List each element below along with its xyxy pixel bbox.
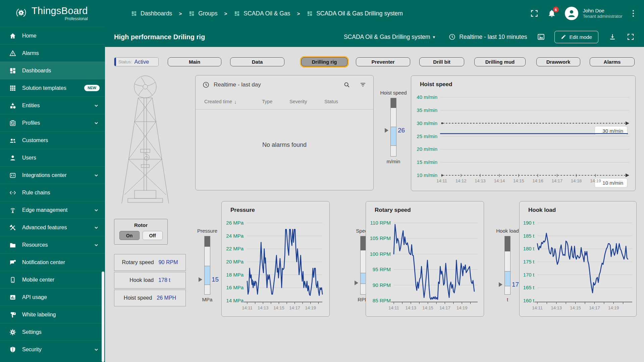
tab-label: Drilling mud: [485, 59, 515, 65]
brand-name: ThingsBoard: [32, 6, 88, 16]
top-header: Dashboards > Groups > SCADA Oil & Gas > …: [105, 0, 644, 27]
svg-text:14:13: 14:13: [406, 305, 417, 310]
sidebar-item-integrations-center[interactable]: Integrations center: [0, 166, 105, 184]
chart-title: Rotary speed: [375, 207, 411, 214]
status-badge[interactable]: Status: Active: [114, 57, 159, 66]
tab-label: Drilling rig: [312, 59, 337, 65]
tab-label: Main: [189, 59, 200, 65]
user-info[interactable]: John Doe Tenant administrator: [583, 8, 623, 19]
filter-icon[interactable]: [359, 81, 367, 88]
hoist-speed-chart-widget: Hoist speed 40 m/min35 m/min30 m/min25 m…: [411, 75, 636, 191]
brand-logo[interactable]: ThingsBoard Professional: [0, 0, 105, 27]
sidebar-item-customers[interactable]: Customers: [0, 131, 105, 149]
dashboard-title: High performance Driling rig: [114, 33, 205, 41]
edge-management-icon: [9, 206, 16, 214]
sidebar-item-white-labeling[interactable]: White labeling: [0, 306, 105, 323]
edit-mode-button[interactable]: Edit mode: [554, 31, 598, 43]
svg-text:25 m/min: 25 m/min: [417, 133, 437, 139]
svg-text:16 MPa: 16 MPa: [226, 285, 244, 290]
breadcrumb-drilling-system[interactable]: SCADA Oil & Gas Drilling system: [307, 10, 403, 17]
tab-drilling-rig[interactable]: Drilling rig: [301, 57, 347, 66]
chevron-down-icon: [93, 346, 100, 353]
profiles-icon: [9, 119, 16, 127]
svg-text:10 m/min: 10 m/min: [417, 172, 437, 178]
header-actions: 6 John Doe Tenant administrator: [530, 7, 644, 20]
alarms-timewindow[interactable]: Realtime - last day: [214, 81, 261, 88]
svg-text:30 m/min: 30 m/min: [417, 120, 437, 126]
sidebar-item-mobile-center[interactable]: Mobile center: [0, 271, 105, 288]
rotor-off-button[interactable]: Off: [143, 231, 163, 240]
svg-text:14:11: 14:11: [388, 305, 399, 310]
column-status[interactable]: Status: [324, 99, 355, 104]
sidebar-item-alarms[interactable]: Alarms: [0, 44, 105, 62]
dashboard-state-select[interactable]: SCADA Oil & Gas Drilling system ▾: [344, 34, 435, 41]
alarms-icon: [9, 50, 16, 57]
tab-alarms[interactable]: Alarms: [590, 57, 635, 66]
search-icon[interactable]: [343, 81, 351, 88]
svg-text:110 RPM: 110 RPM: [370, 220, 391, 226]
sidebar-item-label: Users: [22, 155, 36, 161]
brand-subtitle: Professional: [32, 16, 88, 21]
sidebar-item-resources[interactable]: Resources: [0, 236, 105, 253]
breadcrumb-dashboards[interactable]: Dashboards: [131, 10, 172, 17]
overflow-menu-icon[interactable]: [631, 9, 636, 18]
tab-main[interactable]: Main: [168, 57, 221, 66]
chart-title: Pressure: [230, 207, 255, 214]
dashboards-icon: [307, 10, 313, 17]
sidebar-item-settings[interactable]: Settings: [0, 323, 105, 341]
tab-drilling-mud[interactable]: Drilling mud: [474, 57, 526, 66]
svg-text:14:11: 14:11: [242, 305, 253, 310]
integrations-icon: [9, 172, 16, 179]
tab-preventer[interactable]: Preventer: [356, 57, 410, 66]
sidebar-scrollbar[interactable]: [102, 272, 104, 362]
rotor-on-button[interactable]: On: [119, 231, 140, 240]
sidebar-item-users[interactable]: Users: [0, 149, 105, 166]
column-type[interactable]: Type: [262, 99, 289, 104]
svg-text:170 t: 170 t: [523, 272, 535, 278]
svg-text:14:17: 14:17: [289, 305, 300, 310]
avatar[interactable]: [565, 7, 578, 20]
column-created-time[interactable]: Created time ↓: [204, 99, 262, 105]
stat-row-rotary-speed: Rotary speed 90 RPM: [114, 254, 186, 271]
timewindow-button[interactable]: Realtime - last 10 minutes: [448, 33, 527, 41]
tab-drawwork[interactable]: Drawwork: [536, 57, 580, 66]
svg-text:14:11: 14:11: [532, 305, 543, 310]
breadcrumb-groups[interactable]: Groups: [189, 10, 217, 17]
sidebar-item-dashboards[interactable]: Dashboards: [0, 62, 105, 79]
fullscreen-dashboard-icon[interactable]: [627, 33, 635, 41]
svg-text:95 RPM: 95 RPM: [373, 266, 391, 272]
sidebar-item-advanced-features[interactable]: Advanced features: [0, 219, 105, 236]
settings-icon: [9, 328, 16, 336]
dashboard-content: Status: Active Main Data Drilling rig Pr…: [105, 47, 644, 362]
dashboards-icon: [9, 67, 16, 74]
chevron-down-icon: [93, 207, 100, 214]
sidebar-item-label: Mobile center: [22, 277, 54, 283]
entities-icon: [9, 102, 16, 109]
tab-drill-bit[interactable]: Drill bit: [419, 57, 464, 66]
svg-text:14:14: 14:14: [494, 178, 505, 183]
sidebar-item-notification-center[interactable]: Notification center: [0, 253, 105, 271]
sidebar-item-solution-templates[interactable]: Solution templates NEW: [0, 79, 105, 97]
svg-text:15 m/min: 15 m/min: [417, 159, 437, 165]
hoist-speed-gauge: Hoist speed 26 m/min: [375, 90, 412, 164]
notifications-bell-icon[interactable]: 6: [547, 9, 556, 18]
sidebar-item-entities[interactable]: Entities: [0, 97, 105, 114]
download-icon[interactable]: [608, 33, 616, 41]
fullscreen-icon[interactable]: [530, 9, 539, 18]
svg-text:14:16: 14:16: [532, 178, 543, 183]
svg-text:14:15: 14:15: [513, 178, 524, 183]
sidebar-item-api-usage[interactable]: API usage: [0, 288, 105, 306]
breadcrumb-scada-oil-gas[interactable]: SCADA Oil & Gas: [234, 10, 290, 17]
dashboards-icon: [131, 10, 137, 17]
tab-data[interactable]: Data: [230, 57, 284, 66]
image-gallery-icon[interactable]: [537, 33, 545, 41]
sidebar-item-home[interactable]: Home: [0, 27, 105, 44]
svg-text:100 RPM: 100 RPM: [370, 251, 391, 257]
sidebar-item-edge-management[interactable]: Edge management: [0, 201, 105, 219]
sidebar-item-profiles[interactable]: Profiles: [0, 114, 105, 131]
sidebar-item-rule-chains[interactable]: Rule chains: [0, 184, 105, 201]
column-severity[interactable]: Severity: [289, 99, 324, 104]
rotary-speed-chart: 110 RPM105 RPM100 RPM95 RPM90 RPM85 RPM1…: [366, 201, 484, 316]
sidebar-item-security[interactable]: Security: [0, 341, 105, 358]
svg-text:14:13: 14:13: [258, 305, 269, 310]
